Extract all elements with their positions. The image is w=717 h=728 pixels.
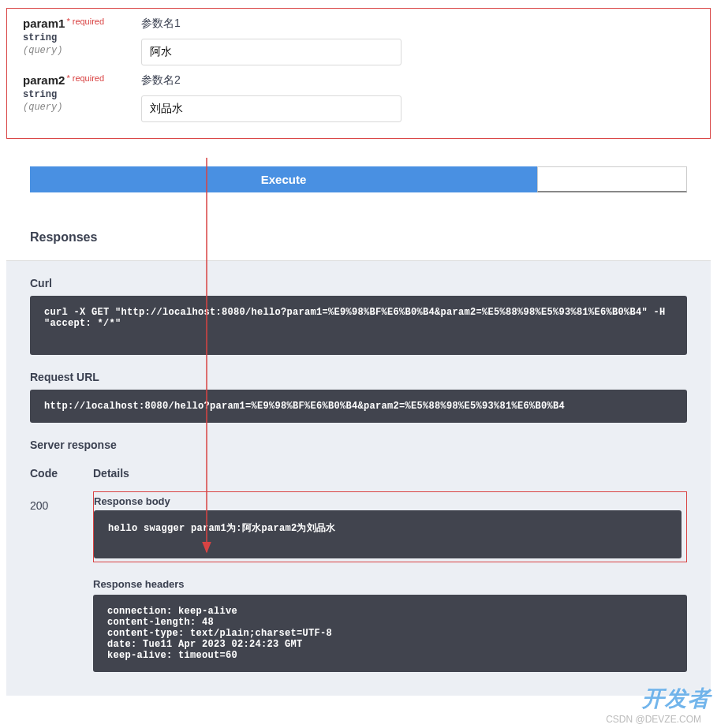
param-row-param1: param1* required string (query) 参数名1 (23, 17, 694, 65)
param-location: (query) (23, 102, 141, 113)
curl-command: curl -X GET "http://localhost:8080/hello… (30, 296, 687, 355)
code-header: Code (30, 467, 93, 480)
param-description: 参数名1 (141, 17, 694, 31)
request-url-value: http://localhost:8080/hello?param1=%E9%9… (30, 390, 687, 423)
response-code: 200 (30, 491, 93, 512)
response-body-label: Response body (94, 495, 682, 507)
execute-button[interactable]: Execute (30, 166, 537, 192)
response-body-highlight: Response body hello swagger param1为:阿水pa… (93, 491, 687, 562)
details-header: Details (93, 467, 129, 480)
param1-input[interactable] (141, 39, 401, 65)
param-location: (query) (23, 45, 141, 56)
responses-section: Curl curl -X GET "http://localhost:8080/… (6, 260, 711, 696)
response-headers-label: Response headers (93, 578, 687, 590)
required-badge: * required (66, 73, 104, 83)
request-url-label: Request URL (30, 371, 687, 383)
required-badge: * required (66, 17, 104, 26)
server-response-label: Server response (30, 439, 687, 451)
response-headers: connection: keep-alive content-length: 4… (93, 595, 687, 672)
param-row-param2: param2* required string (query) 参数名2 (23, 73, 694, 122)
param-name: param2 (23, 73, 65, 87)
clear-button[interactable] (537, 166, 687, 192)
parameters-section: param1* required string (query) 参数名1 par… (6, 8, 711, 139)
curl-label: Curl (30, 277, 687, 289)
param2-input[interactable] (141, 95, 401, 122)
responses-heading: Responses (30, 230, 711, 245)
response-body: hello swagger param1为:阿水param2为刘品水 (94, 510, 682, 558)
param-type: string (23, 89, 141, 100)
param-name: param1 (23, 17, 65, 30)
param-type: string (23, 32, 141, 43)
param-description: 参数名2 (141, 73, 694, 88)
